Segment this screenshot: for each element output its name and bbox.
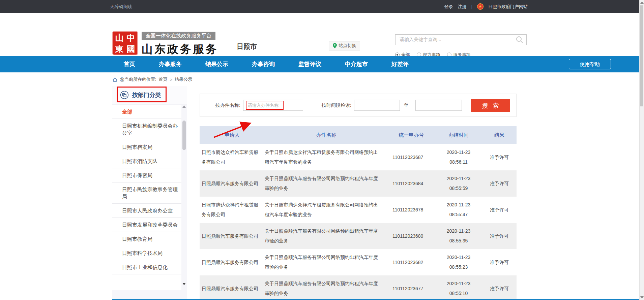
nav-items: 首页办事服务结果公示办事咨询监督评议中介超市好差评 <box>124 56 644 72</box>
seal-char: 中 <box>127 32 135 43</box>
column-header-3: 办结时间 <box>435 132 482 138</box>
cell-finish-time: 2020-11-2308:55:10 <box>435 279 482 298</box>
sidebar-item[interactable]: 日照市消防支队 <box>112 154 181 168</box>
finish-clock: 08:56:11 <box>435 157 482 167</box>
location-pin-icon <box>333 43 337 48</box>
category-icon <box>120 91 129 99</box>
seal-char: 國 <box>127 43 135 55</box>
nav-item-4[interactable]: 监督评议 <box>298 56 321 72</box>
cell-apply-id: 110112023677 <box>388 284 435 294</box>
portal-link[interactable]: 日照市政府门户网站 <box>488 4 528 10</box>
department-sidebar: 按部门分类 全部日照市机构编制委员会办公室日照市档案局日照市消防支队日照市保密局… <box>112 86 187 300</box>
search-button[interactable]: 搜索 <box>471 99 510 112</box>
page-scroll-thumb[interactable] <box>640 5 643 106</box>
item-name-placeholder: 请输入办件名称 <box>243 100 303 110</box>
finish-date: 2020-11-23 <box>435 226 482 236</box>
cell-applicant: 日照市腾达众祥汽车租赁服务有限公司 <box>200 197 265 222</box>
finish-date: 2020-11-23 <box>435 174 482 184</box>
table-row: 日照市腾达众祥汽车租赁服务有限公司关于日照市腾达众祥汽车租赁服务有限公司网络预约… <box>200 144 517 170</box>
keyword-search-input[interactable]: 请输入关键字查询... <box>395 34 527 45</box>
sidebar-item[interactable]: 日照市工业和信息化 <box>112 260 181 274</box>
national-emblem-icon: ★ <box>477 3 484 10</box>
column-header-1: 办件名称 <box>265 132 388 138</box>
sidebar-item[interactable]: 日照市机构编制委员会办公室 <box>112 119 181 140</box>
finish-date: 2020-11-23 <box>435 200 482 210</box>
sidebar-item[interactable]: 日照市人民政府办公室 <box>112 204 181 218</box>
department-list: 全部日照市机构编制委员会办公室日照市档案局日照市消防支队日照市保密局日照市民族宗… <box>112 105 181 290</box>
breadcrumb-separator: > <box>170 77 173 82</box>
breadcrumb-home[interactable]: 首页 <box>159 76 168 82</box>
finish-clock: 08:55:35 <box>435 236 482 246</box>
column-header-2: 统一申办号 <box>388 132 435 138</box>
cell-finish-time: 2020-11-2308:55:35 <box>435 226 482 246</box>
help-button[interactable]: 使用帮助 <box>569 59 611 69</box>
nav-item-3[interactable]: 办事咨询 <box>252 56 275 72</box>
finish-date: 2020-11-23 <box>435 147 482 157</box>
brand-title: 山东政务服务 <box>142 42 218 57</box>
cell-item-name: 关于日照鼎顺汽车服务有限公司网络预约出租汽车年度审验的业务 <box>265 276 388 300</box>
keyword-search-placeholder: 请输入关键字查询... <box>400 37 516 43</box>
topbar-separator: | <box>471 4 472 9</box>
finish-clock: 08:55:10 <box>435 289 482 298</box>
table-body: 日照市腾达众祥汽车租赁服务有限公司关于日照市腾达众祥汽车租赁服务有限公司网络预约… <box>200 144 517 300</box>
page-scrollbar[interactable] <box>639 0 644 300</box>
scroll-up-icon[interactable] <box>182 105 186 108</box>
sidebar-scrollbar[interactable] <box>182 105 186 289</box>
result-search-form: 按办件名称: 请输入办件名称 按时间段检索: 至 搜索 <box>200 94 517 117</box>
page: 无障碍阅读 登录 注册 | ★ 日照市政府门户网站 山中東國 全国一体化在线政务… <box>0 0 644 300</box>
nav-item-2[interactable]: 结果公示 <box>205 56 228 72</box>
sidebar-item[interactable]: 全部 <box>112 105 181 119</box>
sidebar-item[interactable]: 日照市科学技术局 <box>112 246 181 260</box>
sidebar-item[interactable]: 日照市保密局 <box>112 168 181 182</box>
login-link[interactable]: 登录 <box>444 4 453 10</box>
cell-apply-id: 110112023678 <box>388 205 435 215</box>
cell-applicant: 日照市腾达众祥汽车租赁服务有限公司 <box>200 145 265 170</box>
finish-date: 2020-11-23 <box>435 279 482 289</box>
sidebar-item[interactable]: 日照市民族宗教事务管理局 <box>112 182 181 204</box>
date-to-input[interactable] <box>415 100 462 111</box>
city-name: 日照市 <box>237 42 257 51</box>
finish-clock: 08:55:23 <box>435 262 482 272</box>
sidebar-item[interactable]: 日照市教育局 <box>112 232 181 246</box>
cell-item-name: 关于日照市腾达众祥汽车租赁服务有限公司网络预约出租汽车年度审验的业务 <box>265 197 388 222</box>
cell-result: 准予许可 <box>482 231 517 241</box>
page-scroll-down-icon[interactable] <box>640 296 644 299</box>
logo-text: 全国一体化在线政务服务平台 山东政务服务 <box>142 31 218 57</box>
nav-item-0[interactable]: 首页 <box>124 56 135 72</box>
cell-applicant: 日照鼎顺汽车服务有限公司 <box>200 255 265 270</box>
table-row: 日照鼎顺汽车服务有限公司关于日照鼎顺汽车服务有限公司网络预约出租汽车年度审验的业… <box>200 223 517 249</box>
page-scroll-up-icon[interactable] <box>640 1 644 4</box>
sidebar-item[interactable]: 日照市发展和改革委员会 <box>112 218 181 232</box>
sidebar-title-bar: 按部门分类 <box>112 86 187 104</box>
topbar-account-area: 登录 注册 | ★ 日照市政府门户网站 <box>444 0 528 13</box>
finish-date: 2020-11-23 <box>435 253 482 262</box>
cell-result: 准予许可 <box>482 179 517 189</box>
table-header-row: 申请人办件名称统一申办号办结时间结果 <box>200 126 517 144</box>
nav-item-6[interactable]: 好差评 <box>391 56 409 72</box>
site-switch-button[interactable]: 站点切换 <box>329 41 360 51</box>
site-logo: 山中東國 全国一体化在线政务服务平台 山东政务服务 <box>112 31 218 57</box>
cell-apply-id: 110112023687 <box>388 153 435 162</box>
site-header: 山中東國 全国一体化在线政务服务平台 山东政务服务 日照市 站点切换 请输入关键… <box>0 13 644 56</box>
sidebar-item[interactable]: 日照市档案局 <box>112 140 181 154</box>
cell-apply-id: 110112023680 <box>388 231 435 241</box>
date-from-input[interactable] <box>354 100 400 111</box>
scroll-down-icon[interactable] <box>182 283 186 285</box>
nav-item-1[interactable]: 办事服务 <box>159 56 182 72</box>
item-name-input[interactable]: 请输入办件名称 <box>243 100 303 111</box>
cell-apply-id: 110112023684 <box>388 179 435 189</box>
register-link[interactable]: 注册 <box>458 4 467 10</box>
breadcrumb-current: 结果公示 <box>175 76 192 82</box>
date-range-to-label: 至 <box>404 102 409 108</box>
table-row: 日照鼎顺汽车服务有限公司关于日照鼎顺汽车服务有限公司网络预约出租汽车年度审验的业… <box>200 275 517 300</box>
topbar: 无障碍阅读 登录 注册 | ★ 日照市政府门户网站 <box>0 0 644 13</box>
home-icon <box>112 77 118 82</box>
results-table: 申请人办件名称统一申办号办结时间结果 日照市腾达众祥汽车租赁服务有限公司关于日照… <box>200 126 517 300</box>
sidebar-scroll-thumb[interactable] <box>182 121 186 150</box>
nav-item-5[interactable]: 中介超市 <box>345 56 368 72</box>
search-icon[interactable] <box>516 36 524 44</box>
accessibility-link[interactable]: 无障碍阅读 <box>110 0 132 13</box>
seal-char: 山 <box>115 32 124 43</box>
cell-result: 准予许可 <box>482 258 517 267</box>
cell-finish-time: 2020-11-2308:55:23 <box>435 253 482 272</box>
